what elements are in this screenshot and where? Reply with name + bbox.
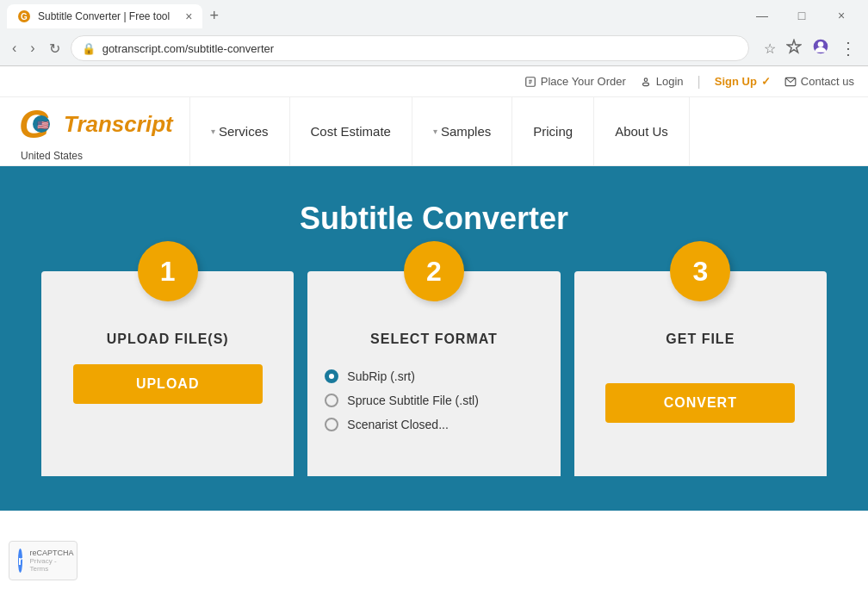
- nav-item-cost-estimate[interactable]: Cost Estimate: [290, 97, 412, 165]
- login-link[interactable]: Login: [640, 75, 684, 88]
- step-3-card: 3 GET FILE CONVERT: [574, 271, 827, 476]
- step-3-content: CONVERT: [574, 356, 827, 459]
- profile-button[interactable]: [809, 35, 832, 61]
- new-tab-button[interactable]: +: [202, 3, 226, 28]
- svg-point-3: [818, 41, 824, 47]
- logo-brand: G 🇺🇸 Transcript: [17, 102, 172, 148]
- step-2-title: SELECT FORMAT: [307, 314, 560, 356]
- place-order-link[interactable]: Place Your Order: [524, 75, 626, 88]
- radio-stl[interactable]: [325, 394, 338, 407]
- steps-container: 1 UPLOAD FILE(S) UPLOAD 2 SELECT FORMAT …: [17, 271, 851, 476]
- site-header: G 🇺🇸 Transcript United States ▾ Services…: [0, 97, 868, 166]
- chevron-down-icon-samples: ▾: [433, 127, 437, 136]
- step-3-title: GET FILE: [574, 314, 827, 356]
- close-button[interactable]: ×: [822, 0, 861, 31]
- page-title: Subtitle Converter: [17, 201, 851, 237]
- logo-icon: G 🇺🇸: [17, 102, 60, 145]
- svg-point-6: [642, 83, 648, 86]
- nav-item-about[interactable]: About Us: [594, 97, 690, 165]
- bookmark-button[interactable]: ☆: [761, 38, 778, 59]
- back-button[interactable]: ‹: [9, 37, 20, 59]
- radio-srt[interactable]: [325, 369, 338, 383]
- browser-tab[interactable]: G Subtitle Converter | Free tool ×: [7, 4, 202, 28]
- format-item-srt[interactable]: SubRip (.srt): [325, 364, 542, 388]
- recaptcha-links: Privacy - Terms: [29, 557, 73, 573]
- address-actions: ☆ ⋮: [761, 35, 859, 61]
- step-1-number: 1: [138, 241, 198, 301]
- chevron-down-icon: ▾: [211, 127, 215, 136]
- logo-area[interactable]: G 🇺🇸 Transcript United States: [0, 93, 189, 170]
- step-1-content: UPLOAD: [41, 356, 294, 459]
- radio-scc[interactable]: [325, 418, 338, 431]
- recaptcha-logo: r: [18, 549, 22, 573]
- tab-favicon: G: [17, 9, 31, 23]
- step-3-number: 3: [670, 241, 730, 301]
- tab-close-button[interactable]: ×: [185, 9, 192, 23]
- svg-text:G: G: [21, 12, 28, 22]
- nav-item-pricing[interactable]: Pricing: [512, 97, 594, 165]
- step-2-number: 2: [404, 241, 464, 301]
- recaptcha-label: reCAPTCHA: [29, 549, 73, 557]
- logo-text: Transcript: [64, 111, 173, 138]
- format-list: SubRip (.srt) Spruce Subtitle File (.stl…: [325, 364, 542, 437]
- signup-link[interactable]: Sign Up ✓: [715, 75, 771, 88]
- hero-section: Subtitle Converter 1 UPLOAD FILE(S) UPLO…: [0, 166, 868, 511]
- maximize-button[interactable]: □: [782, 0, 822, 31]
- extensions-button[interactable]: [784, 36, 804, 60]
- step-2-content: SubRip (.srt) Spruce Subtitle File (.stl…: [307, 356, 560, 459]
- step-2-card: 2 SELECT FORMAT SubRip (.srt) Spruce Sub…: [307, 271, 560, 476]
- step-1-card: 1 UPLOAD FILE(S) UPLOAD: [41, 271, 294, 476]
- recaptcha-widget: r reCAPTCHA Privacy - Terms: [9, 541, 78, 580]
- upload-button[interactable]: UPLOAD: [73, 364, 263, 404]
- utility-separator: |: [698, 74, 701, 90]
- tab-title: Subtitle Converter | Free tool: [38, 10, 170, 22]
- nav-item-samples[interactable]: ▾ Samples: [412, 97, 512, 165]
- logo-country: United States: [17, 150, 172, 162]
- step-1-title: UPLOAD FILE(S): [41, 314, 294, 356]
- reload-button[interactable]: ↻: [46, 37, 64, 60]
- url-text: gotranscript.com/subtitle-converter: [102, 42, 738, 55]
- nav-item-services[interactable]: ▾ Services: [190, 97, 290, 165]
- main-nav: ▾ Services Cost Estimate ▾ Samples Prici…: [189, 97, 868, 165]
- lock-icon: 🔒: [82, 42, 96, 55]
- url-box[interactable]: 🔒 gotranscript.com/subtitle-converter: [71, 35, 749, 61]
- format-item-stl[interactable]: Spruce Subtitle File (.stl): [325, 388, 542, 412]
- minimize-button[interactable]: —: [742, 0, 782, 31]
- svg-text:🇺🇸: 🇺🇸: [37, 119, 49, 131]
- forward-button[interactable]: ›: [27, 37, 38, 59]
- address-bar: ‹ › ↻ 🔒 gotranscript.com/subtitle-conver…: [0, 31, 868, 65]
- window-controls: — □ ×: [742, 0, 861, 31]
- svg-point-5: [644, 78, 648, 81]
- contact-link[interactable]: Contact us: [784, 75, 854, 88]
- menu-button[interactable]: ⋮: [837, 35, 859, 61]
- format-item-scc[interactable]: Scenarist Closed...: [325, 412, 542, 437]
- convert-button[interactable]: CONVERT: [605, 383, 795, 423]
